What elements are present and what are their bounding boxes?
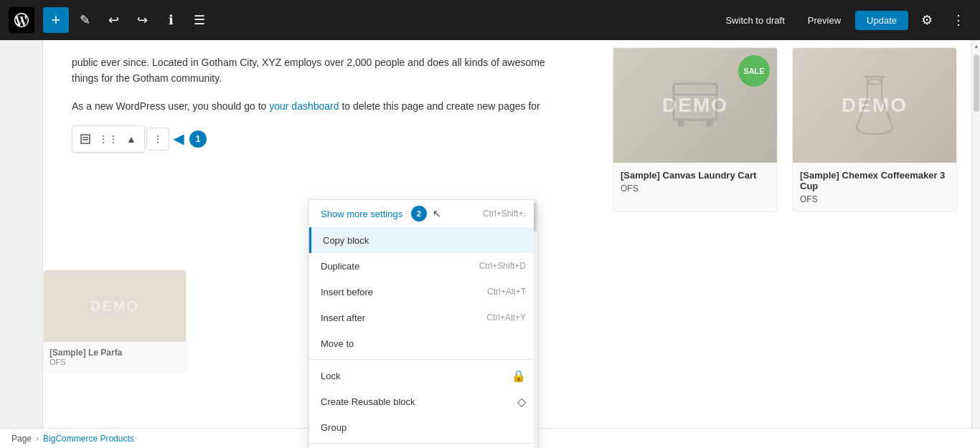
lock-icon: 🔒 bbox=[512, 369, 526, 383]
create-reusable-item[interactable]: Create Reusable block ◇ bbox=[309, 389, 537, 414]
diamond-icon: ◇ bbox=[517, 395, 526, 409]
paragraph-2: As a new WordPress user, you should go t… bbox=[72, 98, 570, 114]
context-menu: Show more settings 2 ↖ Ctrl+Shift+, Copy… bbox=[308, 199, 538, 448]
redo-button[interactable]: ↪ bbox=[129, 7, 155, 33]
product-name-1: [Sample] Chemex Coffeemaker 3 Cup bbox=[800, 170, 949, 191]
step-1-badge: 1 bbox=[189, 130, 207, 148]
switch-to-draft-button[interactable]: Switch to draft bbox=[717, 11, 793, 30]
info-button[interactable]: ℹ bbox=[158, 7, 184, 33]
sale-badge-0: SALE bbox=[738, 55, 770, 87]
sidebar-product-price: OFS bbox=[50, 358, 180, 366]
add-block-button[interactable]: + bbox=[43, 7, 69, 33]
products-area: DEMO SALE [Sample] Canvas Laundry Cart O… bbox=[598, 40, 971, 448]
top-toolbar: + ✎ ↩ ↪ ℹ ☰ Switch to draft Preview Upda… bbox=[0, 0, 980, 40]
breadcrumb-current[interactable]: BigCommerce Products bbox=[43, 434, 134, 444]
edit-tool-button[interactable]: ✎ bbox=[72, 7, 98, 33]
block-type-button[interactable] bbox=[74, 128, 97, 151]
update-button[interactable]: Update bbox=[855, 11, 908, 30]
copy-block-item[interactable]: Copy block bbox=[309, 227, 537, 253]
block-toolbar: ⋮⋮ ▲ bbox=[72, 125, 145, 153]
drag-handle-button[interactable]: ⋮⋮ bbox=[97, 128, 120, 151]
sidebar-product-image: DEMO bbox=[44, 270, 186, 342]
svg-rect-2 bbox=[83, 139, 88, 140]
menu-scrollbar[interactable] bbox=[533, 200, 537, 448]
sidebar-product-name: [Sample] Le Parfa bbox=[50, 348, 180, 358]
dashboard-link[interactable]: your dashboard bbox=[269, 100, 339, 112]
menu-separator-1 bbox=[309, 359, 537, 360]
group-item[interactable]: Group bbox=[309, 414, 537, 440]
top-right-actions: Switch to draft Preview Update ⚙ ⋮ bbox=[717, 7, 971, 33]
block-toolbar-row: ⋮⋮ ▲ ⋮ ◀ 1 bbox=[72, 125, 570, 153]
duplicate-item[interactable]: Duplicate Ctrl+Shift+D bbox=[309, 253, 537, 279]
paragraph-1: public ever since. Located in Gotham Cit… bbox=[72, 54, 570, 87]
scrollbar-thumb[interactable] bbox=[974, 54, 979, 112]
menu-separator-2 bbox=[309, 443, 537, 444]
product-card-1: DEMO [Sample] Chemex Coffeemaker 3 Cup O… bbox=[792, 47, 957, 212]
breadcrumb-separator: › bbox=[36, 434, 39, 444]
move-up-button[interactable]: ▲ bbox=[120, 128, 143, 151]
lock-item[interactable]: Lock 🔒 bbox=[309, 363, 537, 389]
product-card-0: DEMO SALE [Sample] Canvas Laundry Cart O… bbox=[613, 47, 778, 212]
breadcrumb-root: Page bbox=[11, 434, 32, 444]
preview-button[interactable]: Preview bbox=[799, 11, 849, 30]
step-2-badge: 2 bbox=[411, 206, 427, 221]
sidebar-product-card: DEMO [Sample] Le Parfa OFS bbox=[43, 270, 187, 373]
product-price-0: OFS bbox=[621, 184, 770, 194]
settings-icon[interactable]: ⚙ bbox=[914, 7, 940, 33]
editor-content: public ever since. Located in Gotham Cit… bbox=[43, 40, 598, 448]
left-panel bbox=[0, 40, 43, 448]
svg-rect-3 bbox=[674, 84, 717, 120]
move-to-item[interactable]: Move to bbox=[309, 330, 537, 356]
product-price-1: OFS bbox=[800, 194, 949, 204]
product-name-0: [Sample] Canvas Laundry Cart bbox=[621, 170, 770, 181]
show-more-settings-item[interactable]: Show more settings 2 ↖ Ctrl+Shift+, bbox=[309, 200, 537, 227]
products-grid: DEMO SALE [Sample] Canvas Laundry Cart O… bbox=[613, 47, 957, 212]
cursor-icon: ↖ bbox=[433, 208, 441, 219]
more-block-options-button[interactable]: ⋮ bbox=[146, 128, 169, 151]
more-options-icon[interactable]: ⋮ bbox=[946, 7, 971, 33]
undo-button[interactable]: ↩ bbox=[100, 7, 126, 33]
menu-scrollbar-thumb bbox=[534, 203, 537, 232]
insert-before-item[interactable]: Insert before Ctrl+Alt+T bbox=[309, 279, 537, 305]
insert-after-item[interactable]: Insert after Ctrl+Alt+Y bbox=[309, 305, 537, 330]
wordpress-logo bbox=[9, 7, 34, 33]
svg-rect-1 bbox=[83, 137, 88, 138]
main-area: public ever since. Located in Gotham Cit… bbox=[0, 40, 980, 448]
arrow-indicator: ◀ bbox=[174, 131, 184, 147]
right-scrollbar[interactable]: ▲ ▼ bbox=[971, 40, 980, 448]
list-view-button[interactable]: ☰ bbox=[187, 7, 212, 33]
product-image-0: DEMO SALE bbox=[613, 48, 777, 163]
product-image-1: DEMO bbox=[793, 48, 956, 163]
scrollbar-up-arrow[interactable]: ▲ bbox=[972, 42, 980, 50]
